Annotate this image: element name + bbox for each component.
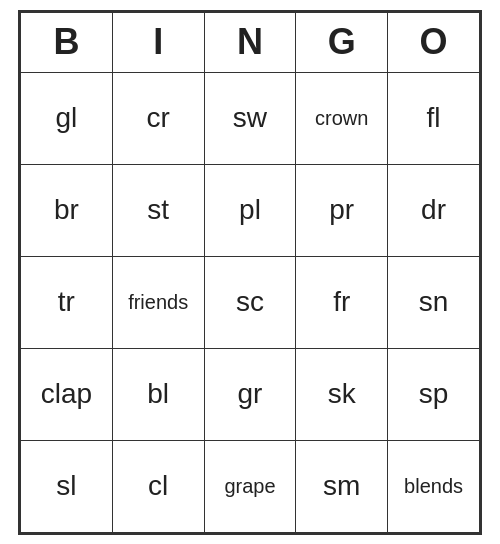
table-cell: blends <box>388 440 480 532</box>
table-cell: sk <box>296 348 388 440</box>
table-cell: fr <box>296 256 388 348</box>
table-cell: fl <box>388 72 480 164</box>
header-row: B I N G O <box>21 12 480 72</box>
table-cell: sw <box>204 72 296 164</box>
table-cell: sm <box>296 440 388 532</box>
table-cell: cr <box>112 72 204 164</box>
col-header-o: O <box>388 12 480 72</box>
table-cell: clap <box>21 348 113 440</box>
table-cell: br <box>21 164 113 256</box>
col-header-b: B <box>21 12 113 72</box>
table-cell: gr <box>204 348 296 440</box>
table-cell: sp <box>388 348 480 440</box>
bingo-table: B I N G O glcrswcrownflbrstplprdrtrfrien… <box>20 12 480 533</box>
col-header-i: I <box>112 12 204 72</box>
table-row: glcrswcrownfl <box>21 72 480 164</box>
table-cell: friends <box>112 256 204 348</box>
table-row: brstplprdr <box>21 164 480 256</box>
table-cell: sl <box>21 440 113 532</box>
table-cell: grape <box>204 440 296 532</box>
table-row: trfriendsscfrsn <box>21 256 480 348</box>
table-row: clapblgrsksp <box>21 348 480 440</box>
table-cell: st <box>112 164 204 256</box>
bingo-card: B I N G O glcrswcrownflbrstplprdrtrfrien… <box>18 10 482 535</box>
table-cell: tr <box>21 256 113 348</box>
table-cell: pr <box>296 164 388 256</box>
table-cell: sn <box>388 256 480 348</box>
table-cell: pl <box>204 164 296 256</box>
col-header-g: G <box>296 12 388 72</box>
table-row: slclgrapesmblends <box>21 440 480 532</box>
table-cell: crown <box>296 72 388 164</box>
table-cell: dr <box>388 164 480 256</box>
table-cell: cl <box>112 440 204 532</box>
table-cell: sc <box>204 256 296 348</box>
col-header-n: N <box>204 12 296 72</box>
table-cell: gl <box>21 72 113 164</box>
table-cell: bl <box>112 348 204 440</box>
